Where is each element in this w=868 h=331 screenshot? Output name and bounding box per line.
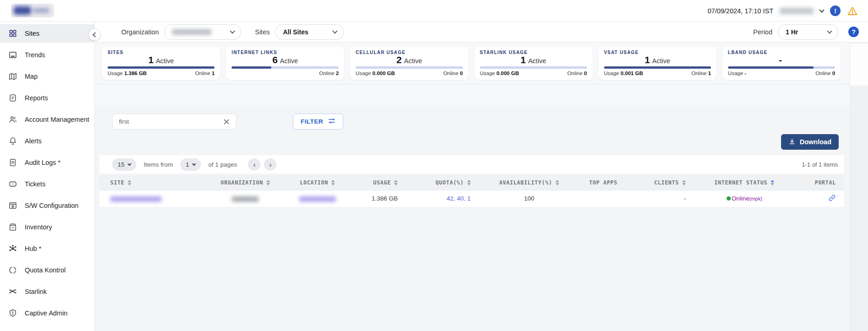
sidebar-item-map[interactable]: Map bbox=[0, 67, 94, 86]
of-pages-label: of 1 pages bbox=[208, 161, 237, 168]
pagination-bar: 15 Items from 1 of 1 pages ‹ › 1-1 of 1 … bbox=[99, 155, 844, 174]
sidebar-item-inventory[interactable]: Inventory bbox=[0, 218, 94, 236]
sort-icon[interactable] bbox=[467, 180, 471, 185]
sidebar-collapse-button[interactable] bbox=[88, 28, 101, 41]
card-value: - bbox=[779, 54, 782, 65]
cell-organization bbox=[204, 190, 287, 207]
col-location[interactable]: LOCATION bbox=[287, 175, 348, 190]
scrollbar-track[interactable] bbox=[850, 43, 868, 331]
sidebar-item-label: Inventory bbox=[25, 223, 52, 231]
cell-location-link[interactable] bbox=[287, 190, 348, 207]
user-menu-chevron-down-icon[interactable] bbox=[819, 7, 824, 12]
hub-icon bbox=[8, 244, 18, 254]
grid-icon bbox=[8, 28, 18, 38]
warning-triangle-icon[interactable] bbox=[847, 5, 858, 16]
sites-select[interactable]: All Sites bbox=[275, 24, 344, 40]
cell-portal[interactable] bbox=[795, 190, 844, 207]
sidebar: Sites Trends Map Reports bbox=[0, 22, 95, 331]
cell-quota[interactable]: 42, 40, 1 bbox=[406, 190, 479, 207]
stat-card-cellular-usage: CELLULAR USAGE 2Active Usage 0.000 GB On… bbox=[350, 47, 468, 80]
col-availability[interactable]: AVAILABILITY(%) bbox=[479, 175, 580, 190]
chevron-down-icon bbox=[333, 28, 338, 33]
chevron-down-icon bbox=[827, 28, 832, 33]
search-input[interactable] bbox=[119, 118, 222, 125]
content-area: FILTER Download 15 bbox=[95, 106, 868, 331]
notification-badge-icon[interactable]: ! bbox=[830, 5, 841, 16]
sidebar-item-captive-admin[interactable]: Captive Admin bbox=[0, 304, 94, 322]
sidebar-item-tickets[interactable]: Tickets bbox=[0, 175, 94, 193]
card-value: 1 bbox=[645, 54, 650, 65]
table-row: 1.386 GB 42, 40, 1 100 - Online (mpk) bbox=[99, 190, 844, 207]
card-progress-bar bbox=[108, 66, 215, 69]
period-select[interactable]: 1 Hr bbox=[778, 24, 838, 40]
online-label: Online bbox=[443, 71, 458, 76]
sidebar-item-quota-kontrol[interactable]: Quota Kontrol bbox=[0, 261, 94, 279]
sidebar-item-reports[interactable]: Reports bbox=[0, 89, 94, 107]
online-value: 1 bbox=[708, 71, 711, 76]
usage-value: 1.386 GB bbox=[124, 71, 146, 76]
bell-icon bbox=[8, 136, 18, 146]
document-icon bbox=[8, 157, 18, 168]
cell-site-link[interactable] bbox=[99, 190, 204, 207]
page-select[interactable]: 1 bbox=[180, 158, 201, 171]
download-button[interactable]: Download bbox=[781, 134, 839, 150]
sidebar-item-label: Quota Kontrol bbox=[25, 266, 65, 274]
col-clients[interactable]: CLIENTS bbox=[627, 175, 694, 190]
sort-icon[interactable] bbox=[555, 180, 559, 185]
sort-icon[interactable] bbox=[266, 180, 270, 185]
card-suffix: Active bbox=[652, 57, 670, 65]
sort-icon-active[interactable] bbox=[771, 180, 774, 185]
prev-page-button[interactable]: ‹ bbox=[248, 158, 260, 171]
period-select-value: 1 Hr bbox=[786, 28, 798, 36]
card-suffix: Active bbox=[528, 57, 546, 65]
sort-icon[interactable] bbox=[394, 180, 398, 185]
page-value: 1 bbox=[186, 161, 189, 168]
help-icon[interactable]: ? bbox=[848, 27, 859, 37]
sidebar-item-trends[interactable]: Trends bbox=[0, 46, 94, 64]
page-size-select[interactable]: 15 bbox=[112, 158, 136, 171]
search-box bbox=[112, 114, 237, 130]
sidebar-item-label: Hub * bbox=[25, 245, 41, 252]
sites-select-value: All Sites bbox=[283, 28, 308, 36]
clear-search-icon[interactable] bbox=[222, 118, 231, 126]
card-value: 1 bbox=[521, 54, 526, 65]
card-suffix: Active bbox=[404, 57, 422, 65]
cell-internet-status: Online (mpk) bbox=[694, 190, 795, 207]
sidebar-item-hub[interactable]: Hub * bbox=[0, 239, 94, 258]
sort-icon[interactable] bbox=[128, 180, 131, 185]
filter-bar: Organization Sites All Sites Period 1 Hr… bbox=[95, 22, 868, 43]
sidebar-item-label: Map bbox=[25, 73, 38, 80]
col-quota[interactable]: QUOTA(%) bbox=[406, 175, 479, 190]
online-value: 1 bbox=[212, 71, 215, 76]
page-size-value: 15 bbox=[118, 161, 124, 168]
sidebar-item-label: Audit Logs * bbox=[25, 159, 60, 166]
map-icon bbox=[8, 71, 18, 81]
shield-icon bbox=[8, 308, 18, 318]
next-page-button[interactable]: › bbox=[264, 158, 276, 171]
cell-clients: - bbox=[627, 190, 694, 207]
sidebar-item-alerts[interactable]: Alerts bbox=[0, 132, 94, 150]
filter-button[interactable]: FILTER bbox=[293, 114, 343, 130]
sidebar-item-starlink[interactable]: Starlink bbox=[0, 282, 94, 301]
stat-card-internet-links: INTERNET LINKS 6Active Online 2 bbox=[226, 47, 344, 80]
organization-select[interactable] bbox=[164, 24, 241, 40]
scrollbar-thumb[interactable] bbox=[850, 43, 868, 86]
sidebar-item-sites[interactable]: Sites bbox=[0, 24, 94, 43]
col-usage[interactable]: USAGE bbox=[348, 175, 406, 190]
col-internet-status[interactable]: INTERNET STATUS bbox=[694, 175, 795, 190]
usage-value: 0.000 GB bbox=[496, 71, 519, 76]
sidebar-item-label: Reports bbox=[25, 94, 48, 102]
sidebar-item-sw-configuration[interactable]: S/W Configuration bbox=[0, 196, 94, 215]
top-bar: 07/09/2024, 17:10 IST ! bbox=[0, 0, 868, 22]
items-range-label: 1-1 of 1 items bbox=[802, 161, 838, 168]
portal-link-icon[interactable] bbox=[828, 196, 836, 203]
sidebar-item-account-management[interactable]: Account Management bbox=[0, 110, 94, 129]
sidebar-item-audit-logs[interactable]: Audit Logs * bbox=[0, 153, 94, 172]
sort-icon[interactable] bbox=[331, 180, 335, 185]
sort-icon[interactable] bbox=[682, 180, 686, 185]
col-organization[interactable]: ORGANIZATION bbox=[204, 175, 287, 190]
col-site[interactable]: SITE bbox=[99, 175, 204, 190]
online-value: 0 bbox=[832, 71, 835, 76]
pie-chart-icon bbox=[8, 265, 18, 275]
sites-label: Sites bbox=[255, 28, 270, 36]
